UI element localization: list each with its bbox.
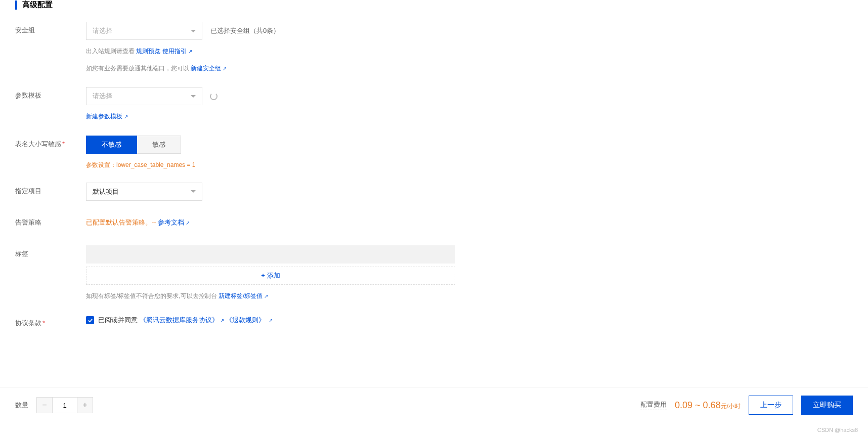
label-agreement: 协议条款* [15, 315, 86, 328]
select-param-template[interactable]: 请选择 [86, 87, 202, 105]
label-tags: 标签 [15, 245, 86, 258]
select-value: 默认项目 [93, 187, 119, 196]
param-note: 参数设置：lower_case_table_names = 1 [86, 161, 470, 169]
row-alarm-policy: 告警策略 已配置默认告警策略。-- 参考文档↗ [15, 214, 853, 232]
check-icon [88, 318, 93, 323]
tag-empty-box [86, 245, 455, 264]
alarm-prefix-text: 已配置默认告警策略。-- [86, 219, 158, 226]
row-agreement: 协议条款* 已阅读并同意 《腾讯云数据库服务协议》↗ 《退款规则》 ↗ [15, 315, 853, 333]
chevron-down-icon [191, 30, 196, 32]
link-new-security-group[interactable]: 新建安全组↗ [191, 65, 227, 72]
add-tag-label: 添加 [267, 271, 280, 280]
add-tag-button[interactable]: + 添加 [86, 267, 455, 285]
label-case-sensitive: 表名大小写敏感* [15, 136, 86, 149]
row-param-template: 参数模板 请选择 新建参数模板↗ [15, 87, 853, 122]
select-placeholder: 请选择 [93, 26, 112, 35]
link-refund-rules[interactable]: 《退款规则》 [226, 316, 265, 324]
select-project[interactable]: 默认项目 [86, 183, 202, 201]
label-security-group: 安全组 [15, 22, 86, 35]
external-link-icon: ↗ [269, 318, 273, 323]
chevron-down-icon [191, 190, 196, 193]
label-project: 指定项目 [15, 183, 86, 196]
select-security-group[interactable]: 请选择 [86, 22, 202, 40]
refresh-icon [210, 93, 218, 100]
toggle-insensitive[interactable]: 不敏感 [86, 136, 137, 154]
section-header: 高级配置 [15, 0, 853, 10]
agreement-text: 已阅读并同意 [98, 316, 138, 324]
hint-text: 如您有业务需要放通其他端口，您可以 [86, 65, 191, 72]
external-link-icon: ↗ [264, 292, 268, 301]
agreement-checkbox[interactable] [86, 316, 94, 324]
external-link-icon: ↗ [220, 318, 224, 323]
hint-text: 出入站规则请查看 [86, 48, 136, 55]
link-usage-guide[interactable]: 使用指引↗ [162, 48, 192, 55]
section-title: 高级配置 [22, 0, 53, 10]
row-case-sensitive: 表名大小写敏感* 不敏感 敏感 参数设置：lower_case_table_na… [15, 136, 853, 169]
row-security-group: 安全组 请选择 已选择安全组（共0条） 出入站规则请查看 规则预览 使用指引↗ … [15, 22, 853, 74]
toggle-group-case: 不敏感 敏感 [86, 136, 470, 154]
external-link-icon: ↗ [186, 220, 190, 226]
link-service-agreement[interactable]: 《腾讯云数据库服务协议》↗ [140, 316, 224, 324]
hint-text: 如现有标签/标签值不符合您的要求,可以去控制台 [86, 292, 219, 299]
external-link-icon: ↗ [223, 64, 227, 73]
link-rule-preview[interactable]: 规则预览 [136, 48, 160, 55]
label-alarm-policy: 告警策略 [15, 214, 86, 227]
refresh-button[interactable] [205, 87, 222, 105]
plus-icon: + [261, 272, 265, 279]
link-new-param-template[interactable]: 新建参数模板↗ [86, 113, 128, 120]
row-project: 指定项目 默认项目 [15, 183, 853, 201]
toggle-sensitive[interactable]: 敏感 [137, 136, 181, 154]
select-placeholder: 请选择 [93, 92, 112, 101]
link-new-tag[interactable]: 新建标签/标签值↗ [219, 292, 268, 299]
external-link-icon: ↗ [188, 47, 192, 56]
row-tags: 标签 + 添加 如现有标签/标签值不符合您的要求,可以去控制台 新建标签/标签值… [15, 245, 853, 302]
selected-count-text: 已选择安全组（共0条） [210, 22, 280, 40]
link-alarm-doc[interactable]: 参考文档↗ [158, 219, 190, 226]
section-accent-bar [15, 1, 17, 10]
external-link-icon: ↗ [124, 112, 128, 121]
label-param-template: 参数模板 [15, 87, 86, 100]
chevron-down-icon [191, 95, 196, 98]
